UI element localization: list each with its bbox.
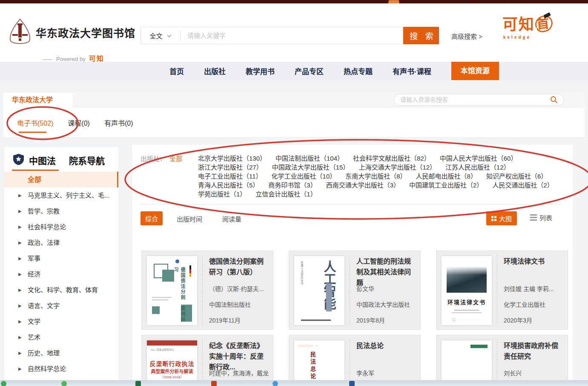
sidebar-item-all[interactable]: 全部 [4,172,118,187]
publisher-option[interactable]: 电子工业出版社（11） [198,173,262,180]
search-icon[interactable] [550,96,558,104]
publisher-option[interactable]: 中国建筑工业出版社（2） [409,181,483,189]
expand-arrow-icon[interactable]: ▶ [18,219,22,235]
book-cover[interactable]: H 环境损害 政府补偿责任研究 [442,340,492,386]
taskbar-app-icon[interactable] [272,381,278,386]
publisher-option[interactable]: 上海交通大学出版社（12） [359,164,436,171]
sidebar-item-marxism[interactable]: ▶马克思主义、列宁主义、毛... [4,187,118,203]
tab-audiobooks[interactable]: 有声书(0) [104,118,133,133]
divider [202,340,203,386]
book-card[interactable]: 法学系列教材 · 08 民法总论 民法总论 李永军 [289,335,421,386]
sidebar-item-politics-law[interactable]: ▶政治、法律 [4,235,118,251]
taskbar-app-icon[interactable] [1,381,6,386]
publisher-option[interactable]: 西南交通大学出版社（3） [326,181,400,189]
nav-library-resources-active[interactable]: 本馆资源 [451,62,499,80]
publisher-option[interactable]: 人民邮电出版社（8） [416,173,477,180]
publisher-option[interactable]: 社会科学文献出版社（82） [353,155,430,162]
nav-hot-topics[interactable]: 热点专题 [344,66,373,76]
book-cover[interactable]: Cᴄᴄʟ 竞争法研究中心 反垄断行政执法 典型案件分析与解读 （2008-201… [147,340,197,386]
publisher-option[interactable]: 青海人民出版社（5） [198,181,259,189]
publisher-option[interactable]: 浙江大学出版社（27） [198,164,263,171]
tab-ebooks[interactable]: 电子书(502) [17,118,53,133]
sort-publish-date[interactable]: 出版时间 [177,214,202,223]
publisher-option[interactable]: 江苏人民出版社（12） [445,164,510,171]
advanced-search-link[interactable]: 高级搜索 > [451,32,482,40]
expand-arrow-icon[interactable]: ▶ [18,329,22,345]
book-cover[interactable]: 德国债法分则 案例研习 [147,256,197,325]
book-cover[interactable]: 环境法律文书 〇 · · · · · · · [442,256,492,325]
sidebar-tab-clc[interactable]: 中图法 [29,154,56,167]
view-grid-button[interactable]: 大图 [486,211,517,225]
resource-search-input[interactable] [400,96,550,103]
partial-arrow-icon [464,0,466,3]
taskbar-app-icon[interactable] [135,381,141,386]
sidebar-item-military[interactable]: ▶军事 [4,251,118,266]
book-card[interactable]: 环境法律文书 〇 · · · · · · · 环境法律文书 刘佳嫒 主编 李莉.… [436,251,568,330]
sidebar-item-culture-education[interactable]: ▶文化、科学、教育、体育 [4,282,118,298]
view-list-button[interactable]: 列表 [530,213,552,222]
book-title[interactable]: 民法总论 [356,340,384,351]
publisher-option[interactable]: 学苑出版社（1） [198,190,246,198]
divider [202,255,203,325]
search-button[interactable]: 搜 索 [403,27,439,44]
book-title[interactable]: 人工智能的刑法规制及其相关法律问题 [356,256,417,288]
book-card[interactable]: H 环境损害 政府补偿责任研究 环境损害政府补偿责任研究 刘长兴 [436,335,568,386]
sidebar-item-philosophy[interactable]: ▶哲学、宗教 [4,203,118,219]
sort-comprehensive-button[interactable]: 综合 [141,211,163,225]
book-card[interactable]: 机器人法研究丛书 人工智能 人工智能的刑法规制及其相关法律问题 彭文华 中国政法… [289,251,421,330]
expand-arrow-icon[interactable]: ▶ [18,361,22,377]
expand-arrow-icon[interactable]: ▶ [18,266,22,282]
book-cover[interactable]: 机器人法研究丛书 人工智能 [294,256,344,325]
sidebar-item-natural-science[interactable]: ▶自然科学总论 [4,361,118,377]
sidebar-item-economy[interactable]: ▶经济 [4,266,118,282]
expand-arrow-icon[interactable]: ▶ [18,282,22,298]
expand-arrow-icon[interactable]: ▶ [18,298,22,314]
org-tab-ecupl[interactable]: 华东政法大学 [3,93,72,107]
search-scope-select[interactable]: 全文 [141,27,180,44]
expand-arrow-icon[interactable]: ▶ [18,314,22,329]
book-title[interactable]: 纪念《反垄断法》实施十周年：反垄断行政... [209,340,270,372]
sidebar-item-art[interactable]: ▶艺术 [4,329,118,345]
book-title[interactable]: 德国债法分则案例研习（第八版） [209,256,270,277]
nav-publishers[interactable]: 出版社 [204,66,226,76]
publisher-option[interactable]: 中国法制出版社（104） [275,155,344,162]
sort-read-count[interactable]: 阅读量 [222,214,241,223]
expand-arrow-icon[interactable]: ▶ [18,251,22,266]
publisher-option[interactable]: 人民交通出版社（2） [492,181,553,189]
book-card[interactable]: 德国债法分则 案例研习 德国债法分则案例研习（第八版） （德）汉斯·约瑟夫...… [141,251,273,330]
publisher-filter-list: 北京大学出版社（130）中国法制出版社（104）社会科学文献出版社（82）中国人… [198,154,564,199]
publisher-filter-all[interactable]: 全部 [169,154,182,163]
search-input[interactable] [181,32,403,39]
book-title[interactable]: 环境损害政府补偿责任研究 [504,340,564,362]
publisher-option[interactable]: 立信会计出版社（1） [255,190,316,198]
list-icon [530,214,537,221]
publisher-option[interactable]: 中国人民大学出版社（60） [440,155,517,162]
nav-home[interactable]: 首页 [169,66,184,76]
sidebar-item-history-geography[interactable]: ▶历史、地理 [4,345,118,361]
expand-arrow-icon[interactable]: ▶ [18,235,22,251]
taskbar-app-icon[interactable] [211,381,217,386]
expand-arrow-icon[interactable]: ▶ [18,203,22,219]
tab-courses[interactable]: 课程(0) [68,118,90,133]
publisher-option[interactable]: 东南大学出版社（8） [345,173,406,180]
book-title[interactable]: 环境法律文书 [504,256,545,267]
nav-audiobooks-courses[interactable]: 有声书·课程 [393,66,431,76]
expand-arrow-icon[interactable]: ▶ [18,187,22,203]
book-card[interactable]: Cᴄᴄʟ 竞争法研究中心 反垄断行政执法 典型案件分析与解读 （2008-201… [141,335,273,386]
publisher-option[interactable]: 知识产权出版社（6） [486,173,547,180]
publisher-option[interactable]: 北京大学出版社（130） [198,155,266,162]
nav-product-zone[interactable]: 产品专区 [295,66,324,76]
publisher-option[interactable]: 化学工业出版社（10） [272,173,336,180]
taskbar-app-icon[interactable] [349,381,355,386]
taskbar-app-icon[interactable] [61,381,67,386]
nav-teaching-books[interactable]: 教学用书 [246,66,275,76]
sidebar-item-language[interactable]: ▶语言、文字 [4,298,118,314]
sidebar-tab-departments[interactable]: 院系导航 [69,154,105,167]
book-author: 彭文华 [356,284,417,293]
publisher-option[interactable]: 中国政法大学出版社（15） [272,164,350,171]
sidebar-item-social-science[interactable]: ▶社会科学总论 [4,219,118,235]
publisher-option[interactable]: 商务印书馆（3） [268,181,316,189]
book-cover[interactable]: 法学系列教材 · 08 民法总论 [294,340,344,386]
sidebar-item-literature[interactable]: ▶文学 [4,314,118,329]
expand-arrow-icon[interactable]: ▶ [18,345,22,361]
